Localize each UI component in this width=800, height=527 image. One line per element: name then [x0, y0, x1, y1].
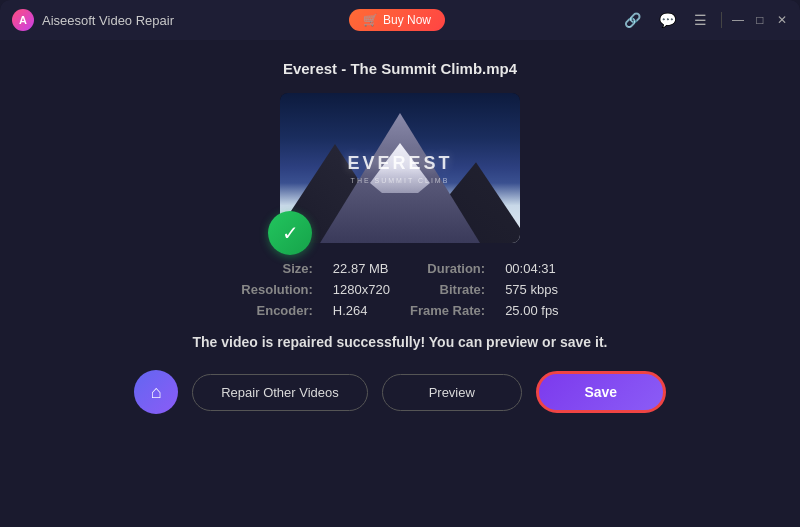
success-message: The video is repaired successfully! You …	[193, 334, 608, 350]
app-logo: A	[12, 9, 34, 31]
cart-icon: 🛒	[363, 13, 378, 27]
size-value: 22.87 MB	[333, 261, 390, 276]
video-thumbnail-container: EVEREST THE SUMMIT CLIMB ✓	[280, 93, 520, 243]
close-button[interactable]: ✕	[776, 14, 788, 26]
title-bar-left: A Aiseesoft Video Repair	[12, 9, 174, 31]
main-content: Everest - The Summit Climb.mp4 EVEREST T…	[0, 40, 800, 527]
app-title: Aiseesoft Video Repair	[42, 13, 174, 28]
minimize-button[interactable]: —	[732, 14, 744, 26]
framerate-value: 25.00 fps	[505, 303, 559, 318]
encoder-value: H.264	[333, 303, 390, 318]
preview-button[interactable]: Preview	[382, 374, 522, 411]
maximize-button[interactable]: □	[754, 14, 766, 26]
bitrate-label: Bitrate:	[410, 282, 485, 297]
thumbnail-text-overlay: EVEREST THE SUMMIT CLIMB	[347, 153, 452, 184]
save-button[interactable]: Save	[536, 371, 666, 413]
success-badge: ✓	[268, 211, 312, 255]
resolution-value: 1280x720	[333, 282, 390, 297]
buy-now-button[interactable]: 🛒 Buy Now	[349, 9, 445, 31]
menu-icon[interactable]: ☰	[690, 10, 711, 30]
video-title: Everest - The Summit Climb.mp4	[283, 60, 517, 77]
duration-label: Duration:	[410, 261, 485, 276]
action-buttons: ⌂ Repair Other Videos Preview Save	[134, 370, 666, 414]
buy-now-label: Buy Now	[383, 13, 431, 27]
everest-subtitle: THE SUMMIT CLIMB	[347, 177, 452, 184]
title-bar-right: 🔗 💬 ☰ — □ ✕	[620, 10, 788, 30]
everest-title: EVEREST	[347, 153, 452, 174]
duration-value: 00:04:31	[505, 261, 559, 276]
title-bar: A Aiseesoft Video Repair 🛒 Buy Now 🔗 💬 ☰…	[0, 0, 800, 40]
thumbnail-background: EVEREST THE SUMMIT CLIMB	[280, 93, 520, 243]
framerate-label: Frame Rate:	[410, 303, 485, 318]
size-label: Size:	[241, 261, 313, 276]
bitrate-value: 575 kbps	[505, 282, 559, 297]
file-info: Size: 22.87 MB Duration: 00:04:31 Resolu…	[241, 261, 558, 318]
divider	[721, 12, 722, 28]
encoder-label: Encoder:	[241, 303, 313, 318]
logo-letter: A	[19, 14, 27, 26]
title-bar-center: 🛒 Buy Now	[349, 9, 445, 31]
repair-other-button[interactable]: Repair Other Videos	[192, 374, 368, 411]
home-icon: ⌂	[151, 382, 162, 403]
home-button[interactable]: ⌂	[134, 370, 178, 414]
video-thumbnail: EVEREST THE SUMMIT CLIMB	[280, 93, 520, 243]
chat-icon[interactable]: 💬	[655, 10, 680, 30]
link-icon[interactable]: 🔗	[620, 10, 645, 30]
resolution-label: Resolution:	[241, 282, 313, 297]
